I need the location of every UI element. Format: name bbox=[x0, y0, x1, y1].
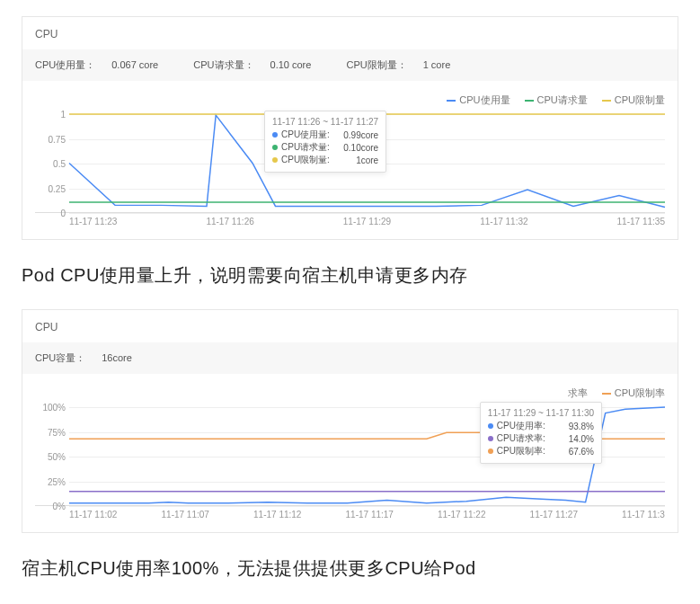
line-chart[interactable]: 0%25%50%75%100% 11-17 11:29 ~ 11-17 11:3… bbox=[35, 407, 665, 506]
x-tick-label: 11-17 11:23 bbox=[69, 217, 117, 226]
x-tick-label: 11-17 11:17 bbox=[346, 510, 394, 520]
x-tick-label: 11-17 11:27 bbox=[530, 510, 578, 520]
caption-1: Pod CPU使用量上升，说明需要向宿主机申请更多内存 bbox=[22, 263, 678, 288]
legend-item[interactable]: CPU使用量 bbox=[447, 93, 509, 107]
panel-subheader: CPU容量：16core bbox=[22, 342, 678, 374]
y-tick-label: 50% bbox=[35, 452, 66, 462]
y-tick-label: 25% bbox=[35, 476, 66, 486]
chart-tooltip: 11-17 11:26 ~ 11-17 11:27 CPU使用量:0.99cor… bbox=[264, 111, 386, 173]
y-tick-label: 0.25 bbox=[35, 183, 66, 193]
chart-area-2: 求率 CPU限制率 0%25%50%75%100% 11-17 11:29 ~ … bbox=[22, 374, 678, 532]
x-tick-label: 11-17 11:02 bbox=[69, 510, 117, 520]
x-tick-label: 11-17 11:22 bbox=[438, 510, 485, 520]
y-tick-label: 0.5 bbox=[35, 159, 66, 169]
panel-title: CPU bbox=[22, 310, 678, 342]
y-tick-label: 75% bbox=[35, 427, 66, 437]
legend-item[interactable]: CPU限制率 bbox=[602, 386, 665, 400]
panel-title: CPU bbox=[22, 17, 678, 49]
x-axis-labels: 11-17 11:0211-17 11:0711-17 11:1211-17 1… bbox=[69, 510, 665, 520]
caption-2: 宿主机CPU使用率100%，无法提供提供更多CPU给Pod bbox=[22, 556, 678, 581]
y-tick-label: 0 bbox=[35, 209, 66, 218]
panel-subheader: CPU使用量：0.067 core CPU请求量：0.10 core CPU限制… bbox=[22, 49, 678, 81]
legend-item[interactable]: 求率 bbox=[568, 386, 588, 400]
line-chart[interactable]: 00.250.50.751 11-17 11:26 ~ 11-17 11:27 … bbox=[35, 114, 665, 213]
cpu-panel-2: CPU CPU容量：16core 求率 CPU限制率 0%25%50%75%10… bbox=[22, 309, 678, 533]
legend-item[interactable]: CPU请求量 bbox=[525, 93, 588, 107]
chart-tooltip: 11-17 11:29 ~ 11-17 11:30 CPU使用率:93.8% C… bbox=[480, 402, 602, 464]
x-tick-label: 11-17 11:26 bbox=[206, 217, 253, 226]
x-axis-labels: 11-17 11:2311-17 11:2611-17 11:2911-17 1… bbox=[69, 217, 665, 226]
y-tick-label: 1 bbox=[35, 110, 66, 120]
x-tick-label: 11-17 11:32 bbox=[480, 217, 527, 226]
x-tick-label: 11-17 11:35 bbox=[617, 217, 665, 226]
x-tick-label: 11-17 11:3 bbox=[622, 510, 665, 520]
y-tick-label: 0% bbox=[35, 502, 66, 511]
y-tick-label: 0.75 bbox=[35, 134, 66, 144]
x-tick-label: 11-17 11:12 bbox=[253, 510, 301, 520]
y-tick-label: 100% bbox=[35, 403, 66, 413]
x-tick-label: 11-17 11:29 bbox=[343, 217, 391, 226]
legend-item[interactable]: CPU限制量 bbox=[602, 93, 665, 107]
x-tick-label: 11-17 11:07 bbox=[162, 510, 209, 520]
chart-area-1: CPU使用量 CPU请求量 CPU限制量 00.250.50.751 11-17… bbox=[22, 81, 678, 239]
cpu-panel-1: CPU CPU使用量：0.067 core CPU请求量：0.10 core C… bbox=[22, 16, 678, 240]
